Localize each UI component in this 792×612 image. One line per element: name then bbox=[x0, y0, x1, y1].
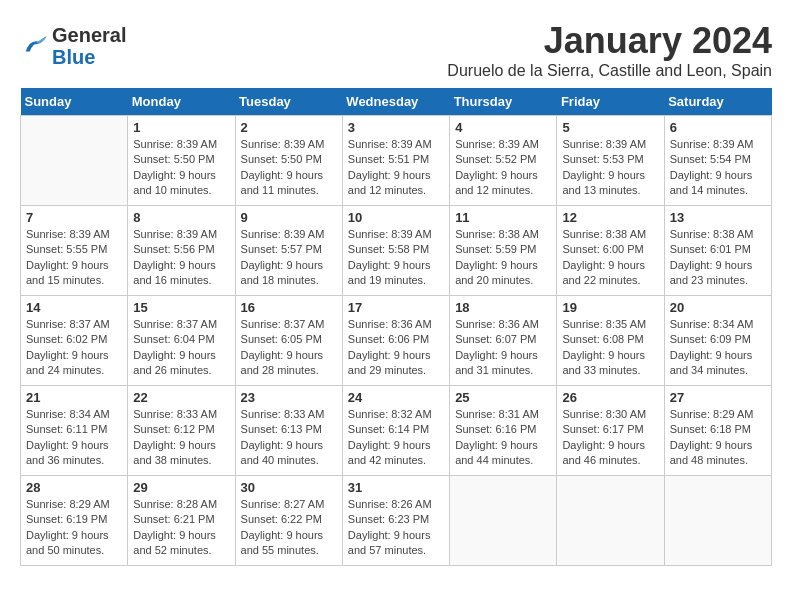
day-info: Sunrise: 8:36 AM Sunset: 6:07 PM Dayligh… bbox=[455, 317, 551, 379]
day-info: Sunrise: 8:34 AM Sunset: 6:09 PM Dayligh… bbox=[670, 317, 766, 379]
calendar-cell: 17Sunrise: 8:36 AM Sunset: 6:06 PM Dayli… bbox=[342, 296, 449, 386]
day-number: 8 bbox=[133, 210, 229, 225]
day-number: 2 bbox=[241, 120, 337, 135]
day-info: Sunrise: 8:39 AM Sunset: 5:51 PM Dayligh… bbox=[348, 137, 444, 199]
week-row-4: 21Sunrise: 8:34 AM Sunset: 6:11 PM Dayli… bbox=[21, 386, 772, 476]
calendar-cell: 15Sunrise: 8:37 AM Sunset: 6:04 PM Dayli… bbox=[128, 296, 235, 386]
weekday-header-thursday: Thursday bbox=[450, 88, 557, 116]
day-info: Sunrise: 8:39 AM Sunset: 5:54 PM Dayligh… bbox=[670, 137, 766, 199]
calendar-cell: 25Sunrise: 8:31 AM Sunset: 6:16 PM Dayli… bbox=[450, 386, 557, 476]
day-number: 4 bbox=[455, 120, 551, 135]
day-number: 7 bbox=[26, 210, 122, 225]
day-info: Sunrise: 8:29 AM Sunset: 6:19 PM Dayligh… bbox=[26, 497, 122, 559]
day-number: 23 bbox=[241, 390, 337, 405]
week-row-1: 1Sunrise: 8:39 AM Sunset: 5:50 PM Daylig… bbox=[21, 116, 772, 206]
day-info: Sunrise: 8:37 AM Sunset: 6:02 PM Dayligh… bbox=[26, 317, 122, 379]
day-info: Sunrise: 8:39 AM Sunset: 5:55 PM Dayligh… bbox=[26, 227, 122, 289]
day-number: 18 bbox=[455, 300, 551, 315]
day-info: Sunrise: 8:28 AM Sunset: 6:21 PM Dayligh… bbox=[133, 497, 229, 559]
calendar-cell: 7Sunrise: 8:39 AM Sunset: 5:55 PM Daylig… bbox=[21, 206, 128, 296]
day-number: 20 bbox=[670, 300, 766, 315]
weekday-header-sunday: Sunday bbox=[21, 88, 128, 116]
logo-icon bbox=[20, 32, 48, 60]
calendar-cell: 24Sunrise: 8:32 AM Sunset: 6:14 PM Dayli… bbox=[342, 386, 449, 476]
day-number: 5 bbox=[562, 120, 658, 135]
calendar-cell bbox=[450, 476, 557, 566]
day-info: Sunrise: 8:39 AM Sunset: 5:57 PM Dayligh… bbox=[241, 227, 337, 289]
calendar-cell: 10Sunrise: 8:39 AM Sunset: 5:58 PM Dayli… bbox=[342, 206, 449, 296]
day-info: Sunrise: 8:35 AM Sunset: 6:08 PM Dayligh… bbox=[562, 317, 658, 379]
day-number: 19 bbox=[562, 300, 658, 315]
day-info: Sunrise: 8:32 AM Sunset: 6:14 PM Dayligh… bbox=[348, 407, 444, 469]
calendar-cell: 4Sunrise: 8:39 AM Sunset: 5:52 PM Daylig… bbox=[450, 116, 557, 206]
day-info: Sunrise: 8:31 AM Sunset: 6:16 PM Dayligh… bbox=[455, 407, 551, 469]
calendar-cell: 22Sunrise: 8:33 AM Sunset: 6:12 PM Dayli… bbox=[128, 386, 235, 476]
calendar-cell: 29Sunrise: 8:28 AM Sunset: 6:21 PM Dayli… bbox=[128, 476, 235, 566]
page-header: General Blue January 2024 Duruelo de la … bbox=[20, 20, 772, 80]
day-info: Sunrise: 8:38 AM Sunset: 6:00 PM Dayligh… bbox=[562, 227, 658, 289]
day-info: Sunrise: 8:37 AM Sunset: 6:04 PM Dayligh… bbox=[133, 317, 229, 379]
calendar-cell: 26Sunrise: 8:30 AM Sunset: 6:17 PM Dayli… bbox=[557, 386, 664, 476]
logo: General Blue bbox=[20, 24, 126, 68]
logo-text: General Blue bbox=[52, 24, 126, 68]
calendar-cell: 27Sunrise: 8:29 AM Sunset: 6:18 PM Dayli… bbox=[664, 386, 771, 476]
day-info: Sunrise: 8:29 AM Sunset: 6:18 PM Dayligh… bbox=[670, 407, 766, 469]
day-number: 16 bbox=[241, 300, 337, 315]
day-number: 15 bbox=[133, 300, 229, 315]
day-info: Sunrise: 8:39 AM Sunset: 5:50 PM Dayligh… bbox=[241, 137, 337, 199]
day-number: 13 bbox=[670, 210, 766, 225]
day-info: Sunrise: 8:34 AM Sunset: 6:11 PM Dayligh… bbox=[26, 407, 122, 469]
calendar-cell: 13Sunrise: 8:38 AM Sunset: 6:01 PM Dayli… bbox=[664, 206, 771, 296]
weekday-header-wednesday: Wednesday bbox=[342, 88, 449, 116]
calendar-cell: 28Sunrise: 8:29 AM Sunset: 6:19 PM Dayli… bbox=[21, 476, 128, 566]
weekday-header-friday: Friday bbox=[557, 88, 664, 116]
day-info: Sunrise: 8:33 AM Sunset: 6:13 PM Dayligh… bbox=[241, 407, 337, 469]
calendar-cell: 19Sunrise: 8:35 AM Sunset: 6:08 PM Dayli… bbox=[557, 296, 664, 386]
day-number: 9 bbox=[241, 210, 337, 225]
day-number: 14 bbox=[26, 300, 122, 315]
day-number: 27 bbox=[670, 390, 766, 405]
calendar-cell: 23Sunrise: 8:33 AM Sunset: 6:13 PM Dayli… bbox=[235, 386, 342, 476]
day-number: 25 bbox=[455, 390, 551, 405]
month-title: January 2024 bbox=[447, 20, 772, 62]
calendar-cell: 31Sunrise: 8:26 AM Sunset: 6:23 PM Dayli… bbox=[342, 476, 449, 566]
calendar-cell: 5Sunrise: 8:39 AM Sunset: 5:53 PM Daylig… bbox=[557, 116, 664, 206]
calendar-cell: 14Sunrise: 8:37 AM Sunset: 6:02 PM Dayli… bbox=[21, 296, 128, 386]
day-number: 30 bbox=[241, 480, 337, 495]
calendar-cell: 8Sunrise: 8:39 AM Sunset: 5:56 PM Daylig… bbox=[128, 206, 235, 296]
day-info: Sunrise: 8:39 AM Sunset: 5:58 PM Dayligh… bbox=[348, 227, 444, 289]
day-number: 29 bbox=[133, 480, 229, 495]
day-number: 12 bbox=[562, 210, 658, 225]
calendar-cell bbox=[557, 476, 664, 566]
day-number: 10 bbox=[348, 210, 444, 225]
day-info: Sunrise: 8:27 AM Sunset: 6:22 PM Dayligh… bbox=[241, 497, 337, 559]
day-info: Sunrise: 8:39 AM Sunset: 5:53 PM Dayligh… bbox=[562, 137, 658, 199]
calendar-cell: 18Sunrise: 8:36 AM Sunset: 6:07 PM Dayli… bbox=[450, 296, 557, 386]
day-number: 11 bbox=[455, 210, 551, 225]
day-info: Sunrise: 8:39 AM Sunset: 5:52 PM Dayligh… bbox=[455, 137, 551, 199]
weekday-header-monday: Monday bbox=[128, 88, 235, 116]
calendar-cell: 30Sunrise: 8:27 AM Sunset: 6:22 PM Dayli… bbox=[235, 476, 342, 566]
weekday-header-saturday: Saturday bbox=[664, 88, 771, 116]
calendar-cell: 11Sunrise: 8:38 AM Sunset: 5:59 PM Dayli… bbox=[450, 206, 557, 296]
calendar-cell: 9Sunrise: 8:39 AM Sunset: 5:57 PM Daylig… bbox=[235, 206, 342, 296]
day-info: Sunrise: 8:39 AM Sunset: 5:50 PM Dayligh… bbox=[133, 137, 229, 199]
calendar-cell: 16Sunrise: 8:37 AM Sunset: 6:05 PM Dayli… bbox=[235, 296, 342, 386]
day-info: Sunrise: 8:36 AM Sunset: 6:06 PM Dayligh… bbox=[348, 317, 444, 379]
day-info: Sunrise: 8:33 AM Sunset: 6:12 PM Dayligh… bbox=[133, 407, 229, 469]
day-number: 28 bbox=[26, 480, 122, 495]
day-number: 24 bbox=[348, 390, 444, 405]
week-row-3: 14Sunrise: 8:37 AM Sunset: 6:02 PM Dayli… bbox=[21, 296, 772, 386]
calendar-cell: 2Sunrise: 8:39 AM Sunset: 5:50 PM Daylig… bbox=[235, 116, 342, 206]
title-block: January 2024 Duruelo de la Sierra, Casti… bbox=[447, 20, 772, 80]
day-number: 26 bbox=[562, 390, 658, 405]
day-number: 31 bbox=[348, 480, 444, 495]
day-info: Sunrise: 8:38 AM Sunset: 6:01 PM Dayligh… bbox=[670, 227, 766, 289]
weekday-header-tuesday: Tuesday bbox=[235, 88, 342, 116]
day-info: Sunrise: 8:26 AM Sunset: 6:23 PM Dayligh… bbox=[348, 497, 444, 559]
week-row-5: 28Sunrise: 8:29 AM Sunset: 6:19 PM Dayli… bbox=[21, 476, 772, 566]
calendar-cell: 3Sunrise: 8:39 AM Sunset: 5:51 PM Daylig… bbox=[342, 116, 449, 206]
day-number: 17 bbox=[348, 300, 444, 315]
calendar-cell: 20Sunrise: 8:34 AM Sunset: 6:09 PM Dayli… bbox=[664, 296, 771, 386]
weekday-header-row: SundayMondayTuesdayWednesdayThursdayFrid… bbox=[21, 88, 772, 116]
